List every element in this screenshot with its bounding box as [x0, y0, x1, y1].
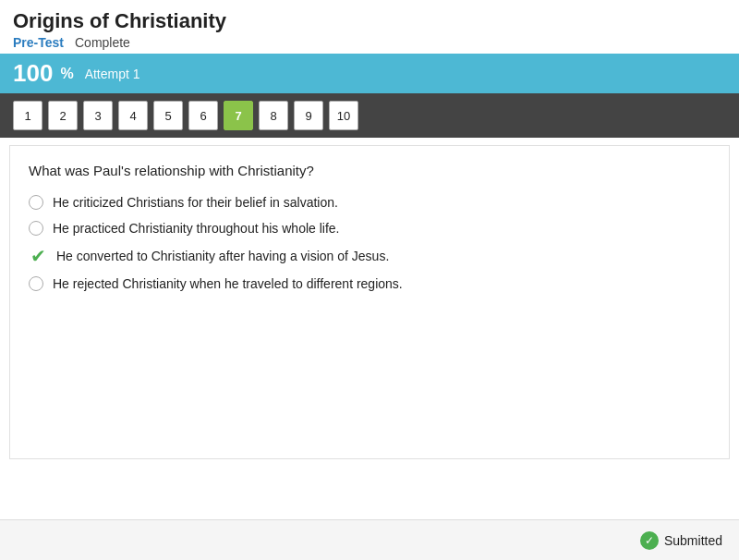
footer: ✓ Submitted [0, 519, 739, 560]
nav-button-8[interactable]: 8 [259, 101, 288, 130]
radio-circle-icon [29, 221, 43, 236]
answers-container: He criticized Christians for their belie… [29, 195, 710, 291]
radio-circle-icon [29, 195, 43, 210]
submitted-text: Submitted [664, 533, 722, 548]
attempt-label: Attempt 1 [85, 67, 140, 81]
answer-text-3: He converted to Christianity after havin… [56, 249, 389, 263]
score-percent: % [60, 66, 73, 82]
score-value: 100 [13, 59, 53, 88]
radio-circle-icon [29, 276, 43, 291]
answer-row-2: He practiced Christianity throughout his… [29, 221, 710, 236]
submitted-check-icon: ✓ [640, 531, 659, 550]
question-area: What was Paul's relationship with Christ… [9, 145, 730, 459]
nav-button-1[interactable]: 1 [13, 101, 42, 130]
answer-text-4: He rejected Christianity when he travele… [53, 276, 403, 291]
complete-label: Complete [75, 35, 130, 50]
nav-button-10[interactable]: 10 [329, 101, 358, 130]
nav-button-5[interactable]: 5 [153, 101, 183, 130]
nav-button-2[interactable]: 2 [48, 101, 78, 130]
nav-button-9[interactable]: 9 [294, 101, 323, 130]
nav-bar: 12345678910 [0, 93, 739, 138]
score-bar: 100 % Attempt 1 [0, 54, 739, 93]
nav-button-4[interactable]: 4 [118, 101, 148, 130]
answer-text-1: He criticized Christians for their belie… [53, 195, 338, 210]
nav-button-7[interactable]: 7 [224, 101, 253, 130]
answer-text-2: He practiced Christianity throughout his… [53, 221, 340, 236]
nav-button-3[interactable]: 3 [83, 101, 113, 130]
page-title: Origins of Christianity [13, 9, 726, 33]
nav-button-6[interactable]: 6 [188, 101, 218, 130]
question-text: What was Paul's relationship with Christ… [29, 163, 710, 178]
subtitle-bar: Pre-Test Complete [13, 35, 726, 50]
answer-row-4: He rejected Christianity when he travele… [29, 276, 710, 291]
pretest-label: Pre-Test [13, 35, 64, 50]
correct-check-icon: ✔ [29, 247, 47, 265]
submitted-badge: ✓ Submitted [640, 531, 722, 550]
answer-row-3: ✔He converted to Christianity after havi… [29, 247, 710, 265]
header: Origins of Christianity Pre-Test Complet… [0, 0, 739, 54]
answer-row-1: He criticized Christians for their belie… [29, 195, 710, 210]
